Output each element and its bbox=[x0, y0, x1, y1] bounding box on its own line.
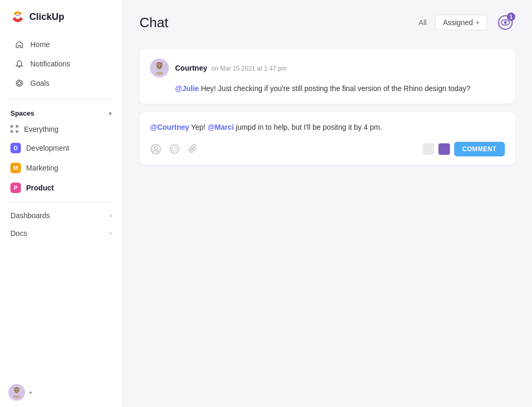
logo[interactable]: ClickUp bbox=[0, 0, 122, 32]
sidebar: ClickUp Home Notifications Goals Spaces … bbox=[0, 0, 123, 407]
reply-text: @Courtney Yep! @Marci jumpd in to help, … bbox=[150, 121, 505, 133]
sidebar-item-product[interactable]: P Product bbox=[0, 178, 122, 197]
message-avatar bbox=[150, 59, 169, 77]
svg-point-16 bbox=[154, 146, 157, 150]
divider-2 bbox=[8, 202, 114, 202]
sidebar-item-development[interactable]: D Development bbox=[0, 139, 122, 157]
message-author: Courtney bbox=[175, 64, 207, 72]
sidebar-item-home[interactable]: Home bbox=[4, 35, 118, 54]
mention-icon[interactable] bbox=[150, 143, 161, 155]
sidebar-item-everything-label: Everything bbox=[24, 125, 59, 133]
message-body: @Julie Hey! Just checking if you're stil… bbox=[150, 83, 505, 94]
sidebar-item-docs[interactable]: Docs › bbox=[0, 224, 122, 242]
message-meta: Courtney on Mar 15 2021 at 1:47 pm bbox=[175, 64, 287, 72]
sidebar-item-notifications-label: Notifications bbox=[30, 60, 70, 68]
watch-button[interactable]: 1 bbox=[495, 13, 515, 32]
format-button-1[interactable] bbox=[423, 143, 434, 155]
user-profile-area[interactable]: ▾ bbox=[0, 378, 122, 407]
sidebar-item-marketing[interactable]: M Marketing bbox=[0, 159, 122, 177]
reply-mention1: @Courtney bbox=[150, 123, 189, 131]
sidebar-item-dashboards-label: Dashboards bbox=[10, 211, 50, 220]
sidebar-nav: Home Notifications Goals bbox=[0, 32, 122, 95]
product-badge: P bbox=[10, 183, 21, 193]
development-badge: D bbox=[10, 143, 21, 153]
message-time: on Mar 15 2021 at 1:47 pm bbox=[211, 65, 286, 72]
sidebar-item-goals[interactable]: Goals bbox=[4, 74, 118, 93]
reply-tools-left bbox=[150, 143, 199, 155]
reply-toolbar: COMMENT bbox=[150, 142, 505, 156]
sidebar-item-dashboards[interactable]: Dashboards › bbox=[0, 207, 122, 224]
main-content: Chat All Assigned ▾ 1 bbox=[123, 0, 532, 407]
message-card: Courtney on Mar 15 2021 at 1:47 pm @Juli… bbox=[140, 49, 515, 104]
format-button-2[interactable] bbox=[438, 143, 450, 155]
everything-grid-icon bbox=[10, 125, 19, 133]
attachment-icon[interactable] bbox=[188, 143, 199, 155]
docs-chevron-icon: › bbox=[110, 230, 112, 237]
sidebar-item-notifications[interactable]: Notifications bbox=[4, 54, 118, 73]
assigned-chevron-icon: ▾ bbox=[476, 19, 479, 26]
chat-header: Chat All Assigned ▾ 1 bbox=[123, 0, 532, 41]
sidebar-item-docs-label: Docs bbox=[10, 229, 27, 238]
message-mention: @Julie bbox=[175, 84, 199, 93]
notifications-icon bbox=[15, 59, 24, 69]
spaces-header[interactable]: Spaces ▾ bbox=[0, 104, 122, 120]
clickup-logo-icon bbox=[10, 9, 25, 24]
reply-text1: Yep! bbox=[189, 123, 207, 131]
sidebar-item-product-label: Product bbox=[26, 184, 54, 192]
reply-mention2: @Marci bbox=[207, 123, 234, 131]
spaces-chevron-icon: ▾ bbox=[109, 110, 112, 117]
logo-text: ClickUp bbox=[29, 12, 64, 22]
message-header: Courtney on Mar 15 2021 at 1:47 pm bbox=[150, 59, 505, 77]
divider-1 bbox=[8, 99, 114, 100]
filter-assigned-dropdown[interactable]: Assigned ▾ bbox=[435, 15, 487, 30]
svg-point-13 bbox=[157, 65, 158, 67]
dashboards-chevron-icon: › bbox=[110, 212, 112, 219]
sidebar-item-goals-label: Goals bbox=[30, 79, 50, 87]
page-title: Chat bbox=[140, 15, 168, 31]
sidebar-item-marketing-label: Marketing bbox=[26, 164, 58, 172]
svg-point-18 bbox=[172, 147, 177, 151]
emoji-icon[interactable] bbox=[169, 143, 180, 155]
chat-body: Courtney on Mar 15 2021 at 1:47 pm @Juli… bbox=[123, 41, 532, 407]
svg-point-5 bbox=[15, 390, 16, 391]
home-icon bbox=[15, 40, 24, 49]
chat-header-controls: All Assigned ▾ 1 bbox=[419, 13, 515, 32]
comment-button[interactable]: COMMENT bbox=[454, 142, 505, 156]
goals-icon bbox=[15, 78, 24, 88]
svg-point-6 bbox=[18, 390, 19, 391]
reply-card: @Courtney Yep! @Marci jumpd in to help, … bbox=[140, 112, 515, 164]
svg-point-17 bbox=[170, 145, 179, 153]
reply-text2: jumpd in to help, but I'll be positng it… bbox=[234, 123, 382, 131]
svg-point-1 bbox=[18, 82, 21, 85]
avatar bbox=[8, 384, 25, 401]
svg-point-14 bbox=[160, 65, 161, 67]
spaces-title: Spaces bbox=[10, 109, 34, 117]
sidebar-item-everything[interactable]: Everything bbox=[0, 121, 122, 138]
watch-count-badge: 1 bbox=[507, 13, 515, 21]
sidebar-item-home-label: Home bbox=[30, 40, 50, 49]
filter-all-button[interactable]: All bbox=[419, 18, 427, 27]
sidebar-item-development-label: Development bbox=[26, 144, 70, 152]
filter-assigned-label: Assigned bbox=[443, 18, 473, 27]
svg-point-9 bbox=[504, 21, 507, 24]
message-text: Hey! Just checking if you're still posti… bbox=[199, 84, 470, 93]
marketing-badge: M bbox=[10, 163, 21, 173]
user-chevron-icon: ▾ bbox=[29, 390, 32, 395]
reply-tools-right: COMMENT bbox=[423, 142, 505, 156]
